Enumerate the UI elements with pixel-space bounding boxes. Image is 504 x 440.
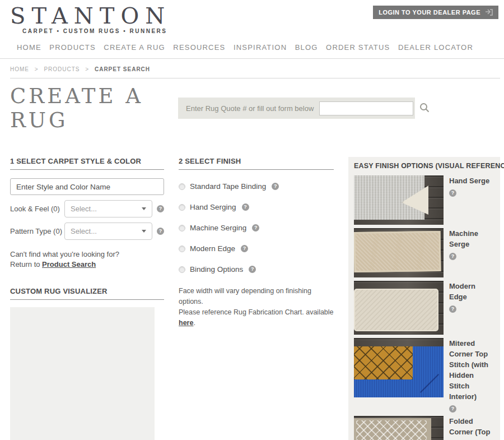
style-color-column: 1 SELECT CARPET STYLE & COLOR Look & Fee… <box>10 157 164 440</box>
rug-quote-search-panel: Enter Rug Quote # or fill out form below <box>178 98 415 119</box>
standard-tape-binding-help-icon[interactable]: ? <box>272 183 279 190</box>
folded-corner-label: Folded Corner (Top Stitch) <box>449 416 494 440</box>
pattern-type-select-value: Select... <box>71 227 97 235</box>
custom-rug-visualizer-canvas <box>10 307 155 440</box>
finish-note-suffix: . <box>193 319 195 327</box>
easy-finish-item: Machine Serge ? <box>354 228 494 277</box>
login-icon <box>485 9 493 16</box>
not-found-prefix: Return to <box>10 260 42 268</box>
not-found-line1: Can't find what you're looking for? <box>10 249 164 260</box>
breadcrumb-separator: > <box>35 66 39 72</box>
finish-column: 2 SELECT FINISH Standard Tape Binding ? … <box>179 157 334 328</box>
easy-finish-panel: EASY FINISH OPTIONS (VISUAL REFERENCE) H… <box>348 157 500 440</box>
nav-resources[interactable]: RESOURCES <box>173 43 225 52</box>
logo-tagline: CARPET • CUSTOM RUGS • RUNNERS <box>22 28 498 34</box>
easy-finish-item: Modern Edge ? <box>354 281 494 335</box>
breadcrumb-carpet-search: CARPET SEARCH <box>95 66 150 72</box>
binding-options-help-icon[interactable]: ? <box>249 266 256 273</box>
nav-home[interactable]: HOME <box>17 43 41 52</box>
visualizer-heading: CUSTOM RUG VISUALIZER <box>10 287 164 300</box>
rug-quote-input[interactable] <box>319 101 413 115</box>
finish-section-heading: 2 SELECT FINISH <box>179 157 334 170</box>
machine-serging-radio[interactable] <box>179 225 185 231</box>
search-icon <box>419 102 430 115</box>
machine-serge-help-icon[interactable]: ? <box>449 253 456 260</box>
hand-serging-label[interactable]: Hand Serging <box>190 203 236 211</box>
nav-blog[interactable]: BLOG <box>295 43 318 52</box>
look-feel-select-value: Select... <box>71 205 97 213</box>
nav-order-status[interactable]: ORDER STATUS <box>326 43 390 52</box>
pattern-type-select[interactable]: Select... <box>64 223 152 240</box>
look-feel-help-icon[interactable]: ? <box>157 205 164 212</box>
stanton-logo[interactable]: STANTON <box>10 3 171 28</box>
binding-options-radio[interactable] <box>179 266 185 273</box>
modern-edge-radio[interactable] <box>179 246 185 252</box>
breadcrumb-separator: > <box>85 66 89 72</box>
rug-quote-search-button[interactable] <box>419 102 430 115</box>
binding-options-label[interactable]: Binding Options <box>190 265 243 274</box>
finish-note-line2: Please reference Rug Fabrication Chart. … <box>179 308 334 316</box>
look-feel-label: Look & Feel (0) <box>10 205 64 213</box>
login-dealer-label: LOGIN TO YOUR DEALER PAGE <box>379 9 480 16</box>
product-search-link[interactable]: Product Search <box>42 260 96 268</box>
finish-option-row: Standard Tape Binding ? <box>179 182 334 191</box>
finish-option-row: Machine Serging ? <box>179 224 334 232</box>
modern-edge-image <box>354 281 444 335</box>
folded-corner-image <box>354 416 444 440</box>
finish-note: Face width will vary depending on finish… <box>179 286 334 328</box>
nav-inspiration[interactable]: INSPIRATION <box>234 43 287 52</box>
style-color-input[interactable] <box>10 178 164 195</box>
machine-serge-label: Machine Serge <box>449 228 494 249</box>
login-dealer-button[interactable]: LOGIN TO YOUR DEALER PAGE <box>373 6 498 19</box>
easy-finish-item: Hand Serge ? <box>354 175 494 225</box>
not-found-text: Can't find what you're looking for? Retu… <box>10 249 164 270</box>
chevron-down-icon <box>142 207 146 210</box>
machine-serging-label[interactable]: Machine Serging <box>190 224 246 232</box>
fabrication-chart-link[interactable]: here <box>179 319 193 327</box>
breadcrumb: HOME > PRODUCTS > CARPET SEARCH <box>10 59 500 78</box>
pattern-type-row: Pattern Type (0) Select... ? <box>10 223 164 240</box>
page-title: CREATE A RUG <box>10 84 178 132</box>
easy-finish-heading: EASY FINISH OPTIONS (VISUAL REFERENCE) <box>354 162 494 170</box>
mitered-corner-label: Mitered Corner Top Stitch (with Hidden S… <box>449 338 494 402</box>
hand-serging-radio[interactable] <box>179 204 185 211</box>
look-feel-row: Look & Feel (0) Select... ? <box>10 200 164 217</box>
easy-finish-item: Mitered Corner Top Stitch (with Hidden S… <box>354 338 494 413</box>
main-content: 1 SELECT CARPET STYLE & COLOR Look & Fee… <box>10 157 500 440</box>
look-feel-select[interactable]: Select... <box>64 200 152 217</box>
modern-edge-label[interactable]: Modern Edge <box>190 244 235 253</box>
hand-serge-label: Hand Serge <box>449 175 494 186</box>
modern-edge-help-icon[interactable]: ? <box>241 245 248 252</box>
chevron-down-icon <box>142 230 146 233</box>
machine-serging-help-icon[interactable]: ? <box>252 224 259 231</box>
create-a-rug-page: STANTON CARPET • CUSTOM RUGS • RUNNERS L… <box>0 0 504 440</box>
finish-option-row: Binding Options ? <box>179 265 334 274</box>
pattern-type-label: Pattern Type (0) <box>10 227 64 235</box>
site-header: STANTON CARPET • CUSTOM RUGS • RUNNERS L… <box>0 0 504 34</box>
pattern-type-help-icon[interactable]: ? <box>157 228 164 235</box>
finish-option-row: Modern Edge ? <box>179 244 334 253</box>
standard-tape-binding-radio[interactable] <box>179 183 185 190</box>
modern-edge-help-icon[interactable]: ? <box>449 305 456 313</box>
modern-edge-label: Modern Edge <box>449 281 494 302</box>
finish-option-row: Hand Serging ? <box>179 203 334 211</box>
hand-serging-help-icon[interactable]: ? <box>242 203 249 211</box>
mitered-corner-image <box>354 338 444 397</box>
standard-tape-binding-label[interactable]: Standard Tape Binding <box>190 182 266 191</box>
rug-quote-label: Enter Rug Quote # or fill out form below <box>186 104 314 113</box>
hand-serge-image <box>354 175 444 225</box>
breadcrumb-products[interactable]: PRODUCTS <box>44 66 80 72</box>
nav-create-a-rug[interactable]: CREATE A RUG <box>104 43 165 52</box>
nav-products[interactable]: PRODUCTS <box>49 43 96 52</box>
easy-finish-item: Folded Corner (Top Stitch) ? <box>354 416 494 440</box>
machine-serge-image <box>354 228 444 277</box>
finish-note-line1: Face width will vary depending on finish… <box>179 286 334 307</box>
style-section-heading: 1 SELECT CARPET STYLE & COLOR <box>10 157 164 170</box>
hand-serge-help-icon[interactable]: ? <box>449 189 456 197</box>
main-nav: HOME PRODUCTS CREATE A RUG RESOURCES INS… <box>0 34 504 58</box>
nav-dealer-locator[interactable]: DEALER LOCATOR <box>398 43 473 52</box>
breadcrumb-home[interactable]: HOME <box>10 66 29 72</box>
title-row: CREATE A RUG Enter Rug Quote # or fill o… <box>10 84 500 132</box>
mitered-corner-help-icon[interactable]: ? <box>449 405 456 413</box>
